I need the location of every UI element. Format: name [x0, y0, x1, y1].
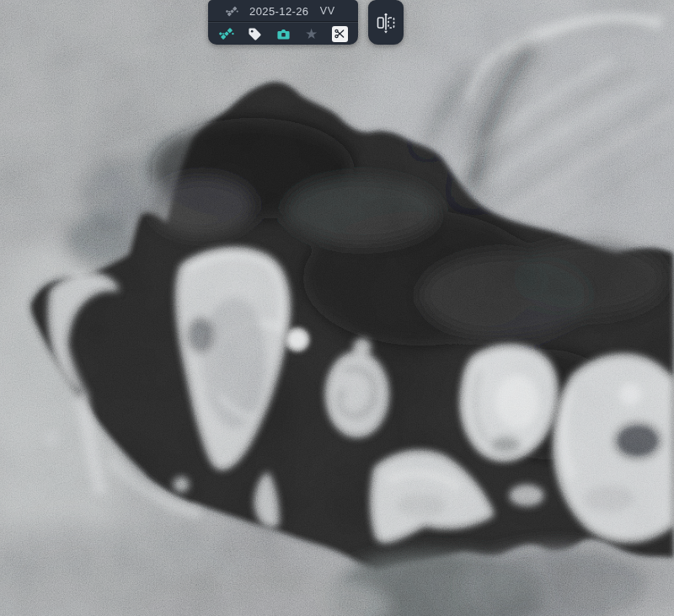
image-toolbar: 2025-12-26 VV [208, 0, 358, 45]
star-icon: ★ [305, 27, 318, 41]
locate-satellite-button[interactable] [217, 24, 237, 44]
compare-split-icon [376, 11, 396, 35]
tag-button[interactable] [245, 24, 265, 44]
tag-icon [248, 27, 262, 41]
toolbar-actions-row: ★ [208, 23, 358, 45]
polarization-label: VV [320, 5, 335, 17]
favorite-button[interactable]: ★ [302, 24, 322, 44]
satellite-icon [219, 26, 234, 41]
toolbar-info-row: 2025-12-26 VV [208, 0, 358, 22]
camera-icon [276, 27, 291, 41]
sar-image [0, 0, 674, 616]
compare-button[interactable] [368, 0, 404, 45]
screenshot-button[interactable] [273, 24, 293, 44]
satellite-icon [226, 5, 238, 18]
scissors-icon [332, 26, 348, 42]
map-canvas[interactable] [0, 0, 674, 616]
viewer-window: 2025-12-26 VV [0, 0, 674, 616]
crop-button[interactable] [329, 24, 350, 44]
capture-date-label: 2025-12-26 [249, 5, 309, 18]
